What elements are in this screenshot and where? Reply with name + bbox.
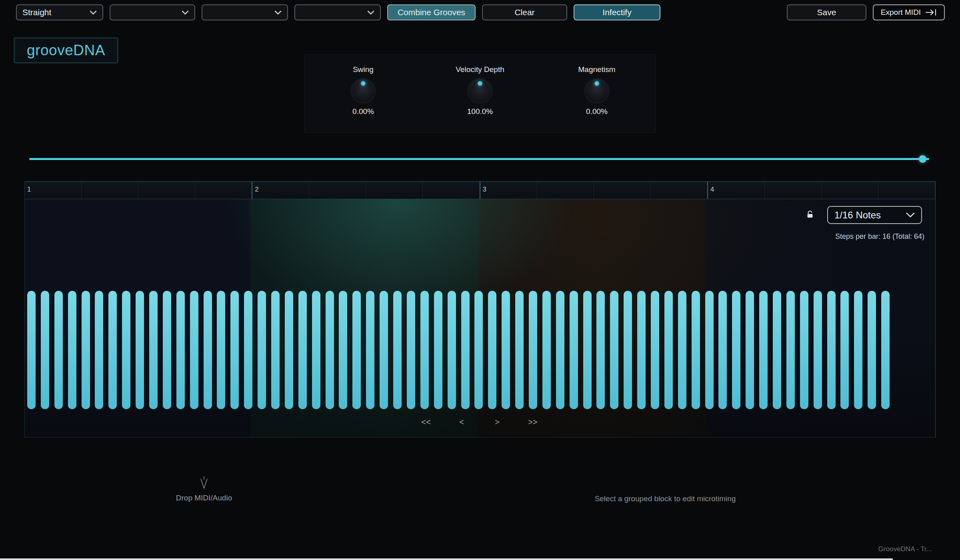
- step-bar[interactable]: [420, 291, 429, 409]
- lock-icon[interactable]: [806, 210, 814, 219]
- step-bar[interactable]: [529, 291, 537, 409]
- step-bar[interactable]: [122, 291, 130, 409]
- step-bar[interactable]: [448, 291, 456, 409]
- groove-type-select[interactable]: Straight: [16, 4, 103, 20]
- step-bar[interactable]: [407, 291, 415, 409]
- step-bar[interactable]: [610, 291, 618, 409]
- step-bar[interactable]: [583, 291, 592, 409]
- step-bar[interactable]: [881, 291, 890, 409]
- step-bar[interactable]: [474, 291, 483, 409]
- step-bar[interactable]: [271, 291, 280, 409]
- save-button[interactable]: Save: [787, 4, 866, 20]
- step-grid[interactable]: 1/16 Notes Steps per bar: 16 (Total: 64)…: [25, 199, 935, 437]
- combine-grooves-button[interactable]: Combine Grooves: [387, 4, 476, 20]
- export-midi-button[interactable]: Export MIDI: [873, 4, 945, 20]
- step-bars[interactable]: [27, 291, 890, 409]
- infectify-button[interactable]: Infectify: [574, 4, 660, 20]
- knob-value: 100.0%: [467, 107, 493, 116]
- step-bar[interactable]: [41, 291, 49, 409]
- step-bar[interactable]: [163, 291, 171, 409]
- clear-button[interactable]: Clear: [482, 4, 567, 20]
- knob-label: Swing: [353, 65, 374, 74]
- slider-track[interactable]: [29, 158, 929, 160]
- step-bar[interactable]: [827, 291, 836, 409]
- slider-handle[interactable]: [919, 155, 926, 163]
- step-bar[interactable]: [176, 291, 185, 409]
- chevron-down-icon: [182, 10, 189, 15]
- ruler-cell: [651, 182, 708, 199]
- note-rate-select[interactable]: 1/16 Notes: [827, 206, 922, 224]
- bar-number: 3: [483, 186, 486, 194]
- step-bar[interactable]: [854, 291, 862, 409]
- timeline-ruler[interactable]: 1234: [25, 181, 935, 199]
- ruler-cell: [82, 182, 138, 199]
- step-bar[interactable]: [434, 291, 442, 409]
- step-bar[interactable]: [108, 291, 117, 409]
- step-bar[interactable]: [352, 291, 361, 409]
- step-bar[interactable]: [393, 291, 402, 409]
- step-bar[interactable]: [380, 291, 388, 409]
- step-bar[interactable]: [596, 291, 605, 409]
- knob-indicator-dot: [595, 81, 599, 86]
- nav-prev-button[interactable]: <: [453, 418, 470, 427]
- step-bar[interactable]: [542, 291, 551, 409]
- step-bar[interactable]: [258, 291, 266, 409]
- step-bar[interactable]: [868, 291, 876, 409]
- step-bar[interactable]: [502, 291, 510, 409]
- nav-last-button[interactable]: >>: [524, 418, 542, 427]
- step-bar[interactable]: [624, 291, 632, 409]
- step-bar[interactable]: [204, 291, 212, 409]
- step-bar[interactable]: [217, 291, 225, 409]
- step-bar[interactable]: [773, 291, 781, 409]
- step-bar[interactable]: [339, 291, 347, 409]
- nav-first-button[interactable]: <<: [417, 418, 435, 427]
- step-bar[interactable]: [136, 291, 144, 409]
- step-bar[interactable]: [746, 291, 754, 409]
- step-bar[interactable]: [718, 291, 727, 409]
- step-bar[interactable]: [840, 291, 849, 409]
- step-bar[interactable]: [190, 291, 198, 409]
- ruler-cell: 3: [480, 182, 537, 199]
- step-bar[interactable]: [814, 291, 822, 409]
- step-bar[interactable]: [366, 291, 374, 409]
- bar-number: 1: [27, 186, 31, 194]
- note-rate-value: 1/16 Notes: [834, 210, 881, 221]
- ruler-cell: [765, 182, 822, 199]
- step-bar[interactable]: [678, 291, 686, 409]
- step-bar[interactable]: [705, 291, 714, 409]
- step-bar[interactable]: [556, 291, 564, 409]
- step-bar[interactable]: [570, 291, 578, 409]
- nav-next-button[interactable]: >: [488, 418, 506, 427]
- knob-dial[interactable]: [585, 79, 608, 102]
- knob-dial[interactable]: [352, 79, 375, 102]
- step-bar[interactable]: [68, 291, 76, 409]
- step-bar[interactable]: [54, 291, 63, 409]
- step-bar[interactable]: [27, 291, 36, 409]
- groove-select-3[interactable]: [202, 4, 288, 20]
- step-bar[interactable]: [515, 291, 524, 409]
- knob-dial[interactable]: [468, 79, 492, 102]
- step-bar[interactable]: [326, 291, 334, 409]
- step-bar[interactable]: [664, 291, 673, 409]
- step-bar[interactable]: [786, 291, 795, 409]
- step-bar[interactable]: [298, 291, 307, 409]
- step-bar[interactable]: [732, 291, 740, 409]
- step-bar[interactable]: [651, 291, 659, 409]
- step-bar[interactable]: [149, 291, 158, 409]
- step-bar[interactable]: [461, 291, 470, 409]
- groove-select-4[interactable]: [294, 4, 381, 20]
- groove-length-slider[interactable]: [29, 155, 929, 163]
- step-bar[interactable]: [285, 291, 293, 409]
- step-bar[interactable]: [692, 291, 700, 409]
- step-bar[interactable]: [312, 291, 320, 409]
- groove-select-2[interactable]: [110, 4, 195, 20]
- step-bar[interactable]: [488, 291, 496, 409]
- step-bar[interactable]: [244, 291, 252, 409]
- step-bar[interactable]: [230, 291, 239, 409]
- step-bar[interactable]: [95, 291, 103, 409]
- step-bar[interactable]: [800, 291, 808, 409]
- step-bar[interactable]: [637, 291, 646, 409]
- drop-midi-zone[interactable]: Drop MIDI/Audio: [172, 476, 236, 502]
- step-bar[interactable]: [759, 291, 768, 409]
- step-bar[interactable]: [82, 291, 90, 409]
